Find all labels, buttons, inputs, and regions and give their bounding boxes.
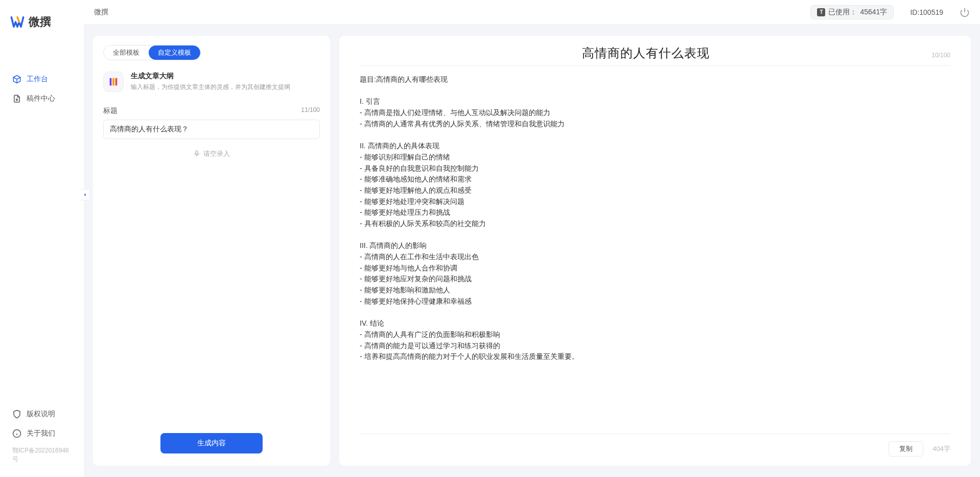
output-panel: 高情商的人有什么表现 10/100 题目:高情商的人有哪些表现 I. 引言 - … (339, 36, 971, 466)
logo-icon (10, 15, 25, 29)
template-icon (103, 72, 124, 92)
output-title-counter: 10/100 (931, 52, 950, 59)
sidebar: 微撰 工作台 稿件中心 版权说明 (0, 0, 84, 477)
usage-value: 45641字 (860, 8, 887, 17)
usage-badge-icon: T (817, 8, 825, 16)
footer-item-about[interactable]: 关于我们 (0, 424, 84, 443)
usage-prefix: 已使用： (828, 8, 857, 17)
voice-hint: 请空录入 (203, 149, 230, 158)
main-nav: 工作台 稿件中心 (0, 44, 84, 404)
user-id: ID:100519 (910, 8, 943, 16)
document-arrow-icon (12, 94, 21, 103)
template-title: 生成文章大纲 (131, 72, 290, 81)
brand-name: 微撰 (29, 14, 51, 30)
nav-label: 稿件中心 (27, 94, 55, 103)
info-icon (12, 429, 21, 438)
voice-input-row[interactable]: 请空录入 (103, 149, 320, 158)
tab-all-templates[interactable]: 全部模板 (104, 46, 149, 60)
brand-logo: 微撰 (0, 0, 84, 44)
output-content[interactable]: 题目:高情商的人有哪些表现 I. 引言 - 高情商是指人们处理情绪、与他人互动以… (360, 74, 950, 428)
input-panel: 全部模板 自定义模板 生成文章大纲 输入标题，为你提供文章主体的灵感，并为其创建… (93, 36, 330, 466)
sidebar-collapse-toggle[interactable] (80, 189, 90, 200)
nav-item-workspace[interactable]: 工作台 (0, 70, 84, 89)
cube-icon (12, 75, 21, 84)
power-icon[interactable] (960, 7, 970, 17)
mic-icon (193, 150, 200, 158)
icp-license: 鄂ICP备2022016946号 (0, 443, 84, 467)
app-name: 微撰 (94, 8, 108, 17)
word-count: 404字 (932, 444, 950, 453)
tab-custom-templates[interactable]: 自定义模板 (149, 46, 200, 60)
generate-button[interactable]: 生成内容 (160, 433, 263, 453)
footer-label: 版权说明 (27, 410, 55, 419)
topbar: 微撰 T 已使用： 45641字 ID:100519 (84, 0, 980, 25)
title-field-counter: 11/100 (301, 106, 320, 116)
template-tabs: 全部模板 自定义模板 (103, 45, 201, 60)
sidebar-footer: 版权说明 关于我们 鄂ICP备2022016946号 (0, 404, 84, 477)
usage-pill[interactable]: T 已使用： 45641字 (810, 5, 894, 19)
shield-icon (12, 410, 21, 419)
footer-item-copyright[interactable]: 版权说明 (0, 404, 84, 424)
svg-rect-3 (196, 150, 198, 154)
nav-item-drafts[interactable]: 稿件中心 (0, 89, 84, 108)
selected-template: 生成文章大纲 输入标题，为你提供文章主体的灵感，并为其创建推文提纲 (103, 72, 320, 92)
output-title: 高情商的人有什么表现 (360, 45, 931, 61)
footer-label: 关于我们 (27, 429, 55, 438)
title-field-label: 标题 (103, 106, 118, 116)
copy-button[interactable]: 复制 (889, 441, 923, 457)
template-desc: 输入标题，为你提供文章主体的灵感，并为其创建推文提纲 (131, 83, 290, 92)
title-input[interactable] (103, 120, 320, 139)
nav-label: 工作台 (27, 75, 48, 84)
